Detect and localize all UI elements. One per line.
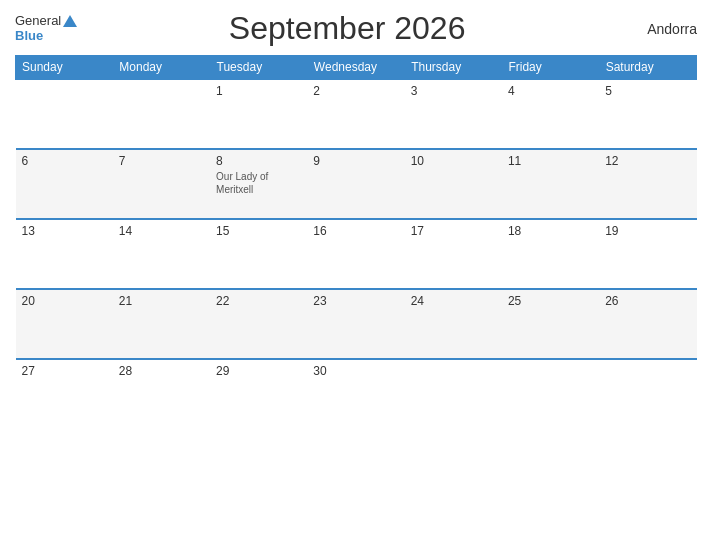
day-cell: 30 [307,359,404,429]
day-number: 9 [313,154,398,168]
day-number: 13 [22,224,107,238]
day-number: 8 [216,154,301,168]
day-cell: 12 [599,149,696,219]
col-saturday: Saturday [599,56,696,80]
day-cell [599,359,696,429]
logo-triangle-icon [63,15,77,27]
day-cell: 5 [599,79,696,149]
week-row-5: 27282930 [16,359,697,429]
day-number: 28 [119,364,204,378]
day-number: 29 [216,364,301,378]
day-number: 19 [605,224,690,238]
day-number: 16 [313,224,398,238]
col-friday: Friday [502,56,599,80]
calendar-header: General Blue September 2026 Andorra [15,10,697,47]
col-tuesday: Tuesday [210,56,307,80]
country-label: Andorra [617,21,697,37]
calendar-container: General Blue September 2026 Andorra Sund… [0,0,712,550]
day-number: 26 [605,294,690,308]
day-number: 4 [508,84,593,98]
day-number: 3 [411,84,496,98]
day-number: 18 [508,224,593,238]
day-cell: 8Our Lady of Meritxell [210,149,307,219]
day-number: 25 [508,294,593,308]
day-cell: 6 [16,149,113,219]
day-number: 23 [313,294,398,308]
col-monday: Monday [113,56,210,80]
day-cell: 1 [210,79,307,149]
day-cell: 15 [210,219,307,289]
day-number: 1 [216,84,301,98]
col-wednesday: Wednesday [307,56,404,80]
day-number: 27 [22,364,107,378]
day-cell [405,359,502,429]
day-cell: 9 [307,149,404,219]
day-cell: 21 [113,289,210,359]
day-cell: 23 [307,289,404,359]
day-cell: 24 [405,289,502,359]
calendar-table: Sunday Monday Tuesday Wednesday Thursday… [15,55,697,429]
day-cell: 20 [16,289,113,359]
day-number: 30 [313,364,398,378]
week-row-1: 12345 [16,79,697,149]
day-number: 24 [411,294,496,308]
day-cell: 4 [502,79,599,149]
day-number: 22 [216,294,301,308]
day-cell: 27 [16,359,113,429]
week-row-4: 20212223242526 [16,289,697,359]
week-row-3: 13141516171819 [16,219,697,289]
week-row-2: 678Our Lady of Meritxell9101112 [16,149,697,219]
day-number: 15 [216,224,301,238]
day-cell: 28 [113,359,210,429]
day-cell: 16 [307,219,404,289]
day-cell: 13 [16,219,113,289]
day-cell [502,359,599,429]
day-cell: 10 [405,149,502,219]
logo: General Blue [15,14,77,43]
day-cell: 3 [405,79,502,149]
event-label: Our Lady of Meritxell [216,170,301,196]
day-cell: 7 [113,149,210,219]
day-cell: 17 [405,219,502,289]
day-number: 12 [605,154,690,168]
day-number: 5 [605,84,690,98]
day-cell: 29 [210,359,307,429]
day-cell: 25 [502,289,599,359]
day-number: 10 [411,154,496,168]
day-cell [16,79,113,149]
col-thursday: Thursday [405,56,502,80]
day-cell: 11 [502,149,599,219]
day-number: 11 [508,154,593,168]
day-number: 20 [22,294,107,308]
day-cell [113,79,210,149]
day-number: 14 [119,224,204,238]
logo-blue-text: Blue [15,29,77,43]
day-cell: 22 [210,289,307,359]
day-cell: 19 [599,219,696,289]
weekday-header-row: Sunday Monday Tuesday Wednesday Thursday… [16,56,697,80]
day-number: 17 [411,224,496,238]
day-number: 21 [119,294,204,308]
logo-general-text: General [15,14,77,28]
day-number: 2 [313,84,398,98]
col-sunday: Sunday [16,56,113,80]
month-title: September 2026 [77,10,617,47]
day-cell: 14 [113,219,210,289]
day-cell: 26 [599,289,696,359]
day-number: 6 [22,154,107,168]
day-cell: 18 [502,219,599,289]
day-cell: 2 [307,79,404,149]
day-number: 7 [119,154,204,168]
